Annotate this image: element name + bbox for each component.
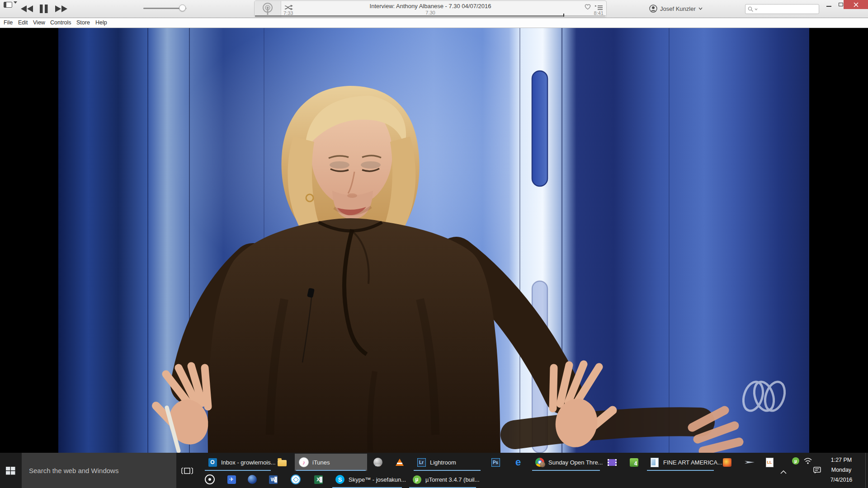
doc-ll-icon: LL <box>766 458 774 467</box>
tray-network[interactable] <box>803 457 812 466</box>
taskbar-button-edge[interactable]: e <box>509 454 529 471</box>
tray-utorrent[interactable]: µ <box>792 457 799 465</box>
word-icon: W <box>269 475 278 484</box>
taskbar-button-downloader[interactable]: 4 <box>625 454 645 471</box>
scrub-bar[interactable] <box>255 15 606 17</box>
taskbar-button-chrome[interactable]: Sunday Open Thre... <box>531 454 601 471</box>
menu-help[interactable]: Help <box>95 19 107 26</box>
minimize-icon <box>826 6 831 7</box>
track-subtitle: 7.30 <box>295 10 566 15</box>
windows-taskbar: Search the web and Windows O Inbox - gro… <box>0 453 868 488</box>
taskbar-button-vlc[interactable] <box>391 454 410 471</box>
notepad-icon <box>651 458 659 467</box>
account-menu[interactable]: Josef Kunzler <box>649 4 703 13</box>
itunes-menubar: File Edit View Controls Store Help <box>0 18 868 28</box>
up-next-icon <box>595 5 603 10</box>
itunes-search-field[interactable] <box>745 4 819 14</box>
menu-edit[interactable]: Edit <box>18 19 28 26</box>
video-frame[interactable] <box>58 28 809 453</box>
close-button[interactable] <box>844 0 868 9</box>
close-icon <box>854 2 859 7</box>
taskbar-button-airplane[interactable]: ✈ <box>222 471 242 488</box>
wifi-icon <box>803 457 812 465</box>
screen: 7:33 Interview: Anthony Albanese - 7.30 … <box>0 0 868 488</box>
utorrent-tray-icon: µ <box>792 457 799 465</box>
task-view-button[interactable] <box>181 467 193 477</box>
clock-time: 1:27 PM <box>821 455 862 465</box>
now-playing-lcd: 7:33 Interview: Anthony Albanese - 7.30 … <box>254 0 607 18</box>
google-earth-icon: PRO <box>373 458 382 467</box>
taskbar-button-photoshop[interactable]: Ps <box>486 454 506 471</box>
taskbar-button-cube[interactable] <box>287 471 307 488</box>
taskbar-button-filmstrip[interactable] <box>603 454 623 471</box>
pause-button[interactable] <box>40 5 48 13</box>
taskbar-button-excel[interactable]: X <box>309 471 329 488</box>
love-button[interactable] <box>584 4 591 12</box>
track-title: Interview: Anthony Albanese - 7.30 04/07… <box>295 3 566 9</box>
action-center-icon <box>813 467 821 474</box>
podcast-icon <box>261 2 274 16</box>
presenter-extended-arm <box>515 422 700 435</box>
taskbar-clock[interactable]: 1:27 PM Monday 7/4/2016 <box>821 455 862 485</box>
photoshop-icon: Ps <box>491 458 500 467</box>
scrub-marker[interactable] <box>563 14 564 17</box>
maximize-icon <box>839 3 843 6</box>
taskbar-button-photo-viewer[interactable] <box>718 454 738 471</box>
taskbar-button-skype[interactable]: S Skype™ - josefakun... <box>331 471 403 488</box>
rewind-button[interactable] <box>21 5 33 12</box>
taskbar-button-lightroom[interactable]: Lr Lightroom <box>412 454 482 471</box>
pause-icon <box>40 5 48 13</box>
cube-circle-icon <box>291 474 301 484</box>
miniplayer-toggle-icon[interactable] <box>4 2 12 8</box>
clock-day: Monday <box>821 465 862 475</box>
itunes-icon: ♪ <box>299 457 309 467</box>
downloader-4k-icon: 4 <box>630 458 638 467</box>
photo-viewer-icon <box>723 458 731 467</box>
excel-icon: X <box>314 475 323 484</box>
start-button[interactable] <box>6 467 15 477</box>
volume-knob[interactable] <box>179 5 186 11</box>
taskbar-button-sphere[interactable] <box>243 471 263 488</box>
scrub-bar-played <box>255 15 564 17</box>
edge-icon: e <box>515 458 521 467</box>
miniplayer-caret-icon[interactable] <box>14 1 17 4</box>
vlc-icon <box>396 459 404 466</box>
taskbar-button-notepad[interactable]: FINE ART AMERICA... <box>646 454 715 471</box>
chevron-up-icon <box>780 470 787 474</box>
taskbar-button-word[interactable]: W <box>264 471 284 488</box>
task-view-icon <box>181 467 193 475</box>
search-input[interactable] <box>759 5 815 13</box>
airplane-icon: ✈ <box>227 475 236 484</box>
search-icon <box>748 6 754 12</box>
menu-file[interactable]: File <box>4 19 13 26</box>
user-icon <box>649 5 657 13</box>
taskbar-button-file-explorer[interactable] <box>273 454 293 471</box>
taskbar-search-placeholder: Search the web and Windows <box>29 467 118 474</box>
heart-icon <box>584 4 591 10</box>
minimize-button[interactable] <box>823 0 835 9</box>
taskbar-search-box[interactable]: Search the web and Windows <box>22 453 176 488</box>
presenter-body <box>208 218 500 453</box>
action-center-button[interactable] <box>813 467 821 476</box>
taskbar-button-doc[interactable]: LL <box>760 454 778 471</box>
clock-date: 7/4/2016 <box>821 475 862 485</box>
tray-expand-button[interactable] <box>780 468 787 476</box>
taskbar-button-scan[interactable] <box>741 454 760 471</box>
video-scene <box>58 28 809 453</box>
menu-controls[interactable]: Controls <box>50 19 71 26</box>
windows-logo-icon <box>6 467 15 475</box>
taskbar-button-outlook[interactable]: O Inbox - growlernois... <box>203 454 272 471</box>
taskbar-label: Lightroom <box>430 459 456 466</box>
scan-arrow-icon <box>745 460 755 465</box>
taskbar-button-circle-dot[interactable] <box>201 471 221 488</box>
taskbar-button-google-earth[interactable]: PRO <box>369 454 389 471</box>
taskbar-button-itunes[interactable]: ♪ iTunes <box>295 454 367 471</box>
menu-view[interactable]: View <box>33 19 45 26</box>
show-desktop-button[interactable] <box>865 453 868 488</box>
menu-store[interactable]: Store <box>76 19 90 26</box>
taskbar-button-utorrent[interactable]: µ µTorrent 3.4.7 (buil... <box>408 471 477 488</box>
set-capsule-shape <box>532 71 547 186</box>
utorrent-icon: µ <box>413 475 421 484</box>
forward-button[interactable] <box>55 5 67 12</box>
skype-icon: S <box>335 475 344 484</box>
